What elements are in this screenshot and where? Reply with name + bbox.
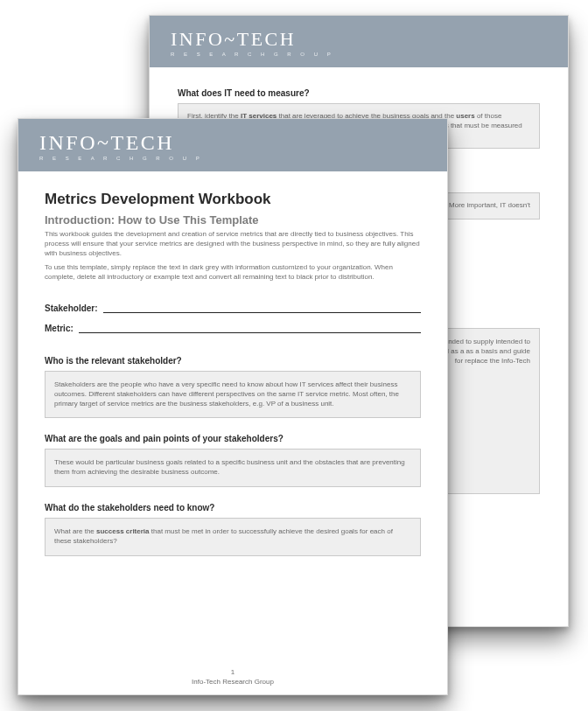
intro-paragraph-1: This workbook guides the development and… [45, 230, 421, 258]
section-title-introduction: Introduction: How to Use This Template [45, 213, 421, 227]
question-it-measure: What does IT need to measure? [178, 88, 540, 98]
bold-users: users [456, 112, 474, 120]
page-footer: 1 Info-Tech Research Group [18, 668, 447, 686]
field-label-metric: Metric: [45, 324, 74, 333]
brand-subtext: R E S E A R C H G R O U P [171, 52, 547, 57]
brand-banner: INFO~TECH R E S E A R C H G R O U P [18, 119, 447, 171]
brand-subtext: R E S E A R C H G R O U P [39, 156, 426, 161]
answer-box-need-to-know: What are the success criteria that must … [45, 518, 421, 556]
blank-line-metric[interactable] [79, 324, 421, 333]
field-stakeholder: Stakeholder: [45, 303, 421, 313]
field-metric: Metric: [45, 324, 421, 333]
text-fragment: What are the [54, 527, 96, 535]
bold-success-criteria: success criteria [96, 527, 150, 535]
front-page-content: Metrics Development Workbook Introductio… [18, 171, 447, 568]
text-fragment: More important, IT doesn't [447, 201, 530, 209]
question-relevant-stakeholder: Who is the relevant stakeholder? [45, 356, 421, 366]
brand-logo-text: INFO~TECH [171, 28, 547, 51]
intro-paragraph-2: To use this template, simply replace the… [45, 263, 421, 282]
brand-logo-text: INFO~TECH [39, 131, 426, 155]
footer-organization: Info-Tech Research Group [192, 678, 274, 686]
document-title: Metrics Development Workbook [45, 191, 421, 208]
field-label-stakeholder: Stakeholder: [45, 303, 98, 313]
question-need-to-know: What do the stakeholders need to know? [45, 503, 421, 512]
page-number: 1 [18, 668, 447, 676]
answer-box-goals-pain-points: These would be particular business goals… [45, 449, 421, 487]
document-page-front: INFO~TECH R E S E A R C H G R O U P Metr… [18, 118, 448, 695]
blank-line-stakeholder[interactable] [103, 304, 421, 313]
brand-banner: INFO~TECH R E S E A R C H G R O U P [150, 16, 568, 67]
answer-box-relevant-stakeholder: Stakeholders are the people who have a v… [45, 371, 421, 418]
question-goals-pain-points: What are the goals and pain points of yo… [45, 434, 421, 443]
